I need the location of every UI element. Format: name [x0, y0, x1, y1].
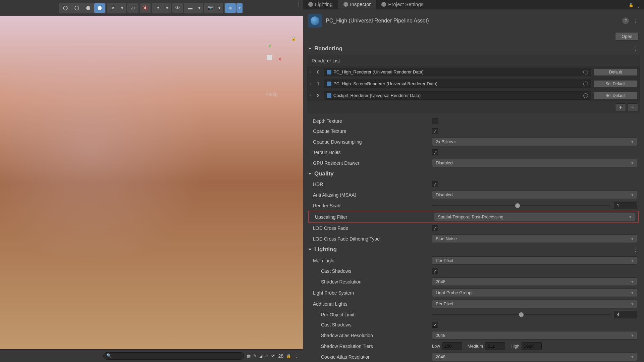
eye-icon[interactable]: 👁	[271, 354, 275, 358]
add-cast-shadows-checkbox[interactable]	[432, 322, 438, 328]
depth-texture-checkbox[interactable]	[432, 118, 438, 124]
gizmos-dropdown-icon[interactable]: ▾	[236, 3, 243, 13]
layers-dropdown-icon[interactable]: ▾	[196, 3, 202, 13]
info-icon	[343, 2, 348, 7]
add-button[interactable]: +	[615, 103, 626, 111]
drag-handle-icon[interactable]: ≡	[310, 70, 314, 74]
visibility-icon[interactable]: 👁	[172, 3, 183, 13]
2d-toggle[interactable]: 2D	[127, 3, 139, 13]
asset-title: PC_High (Universal Render Pipeline Asset…	[326, 18, 618, 24]
wireframe-icon[interactable]	[71, 3, 82, 13]
shaded-icon[interactable]	[83, 3, 94, 13]
probe-system-dropdown[interactable]: Light Probe Groups	[432, 289, 637, 297]
renderer-list: Renderer List ≡ 0 PC_High_Renderer (Univ…	[307, 55, 640, 113]
section-menu-icon[interactable]: ⋮	[633, 247, 639, 253]
gpu-drawer-dropdown[interactable]: Disabled	[432, 159, 637, 167]
atlas-res-dropdown[interactable]: 2048	[432, 331, 637, 340]
terrain-holes-checkbox[interactable]	[432, 149, 438, 155]
per-object-limit-slider[interactable]	[432, 314, 610, 315]
scene-toolbar: ✷ ▾ 2D 🔇 ✦ ▾ 👁 ▬ ▾ 📷 ▾ ⊕ ▾	[0, 0, 303, 16]
render-scale-slider[interactable]	[432, 205, 610, 206]
scene-viewport[interactable]: y x Persp 🔒	[0, 16, 303, 349]
svg-point-4	[98, 6, 102, 10]
object-field[interactable]: PC_High_ScreenRenderer (Universal Render…	[324, 80, 591, 88]
opaque-downsampling-dropdown[interactable]: 2x Bilinear	[432, 138, 637, 146]
additional-lights-dropdown[interactable]: Per Pixel	[432, 300, 637, 308]
default-button[interactable]: Default	[594, 68, 637, 76]
set-default-button[interactable]: Set Default	[594, 92, 637, 99]
tier-high-field[interactable]	[522, 342, 542, 350]
renderer-row: ≡ 1 PC_High_ScreenRenderer (Universal Re…	[307, 78, 640, 90]
debug-dropdown-icon[interactable]: ▾	[119, 3, 125, 13]
tab-inspector[interactable]: Inspector	[338, 0, 376, 9]
drag-handle-icon[interactable]: ≡	[310, 94, 314, 97]
scene-search-input[interactable]: 🔍	[103, 352, 244, 360]
asset-icon	[327, 70, 331, 74]
picker-icon[interactable]	[583, 93, 588, 98]
help-icon[interactable]: ?	[622, 17, 629, 24]
object-count: 28	[278, 353, 283, 359]
gizmos-icon[interactable]: ⊕	[225, 3, 236, 13]
svg-point-3	[86, 6, 90, 10]
upscaling-filter-dropdown[interactable]: Spatial-Temporal Post-Processing	[434, 213, 635, 221]
camera-icon[interactable]: 📷	[205, 3, 216, 13]
shadow-res-dropdown[interactable]: 2048	[432, 277, 637, 286]
foldout-icon	[308, 249, 312, 251]
lock-icon[interactable]: 🔒	[286, 354, 291, 358]
tab-project-settings[interactable]: Project Settings	[376, 0, 429, 9]
eraser-icon[interactable]: ◢	[259, 354, 262, 358]
set-default-button[interactable]: Set Default	[594, 80, 637, 88]
search-icon: 🔍	[106, 353, 111, 358]
drag-handle-icon[interactable]: ≡	[310, 82, 314, 86]
shaded-wireframe-icon[interactable]	[94, 3, 105, 13]
foldout-icon	[308, 48, 312, 50]
tab-lighting[interactable]: Lighting	[303, 0, 338, 9]
hdr-checkbox[interactable]	[432, 181, 438, 187]
debug-icon[interactable]: ✷	[108, 3, 118, 13]
object-field[interactable]: Cockpit_Renderer (Universal Renderer Dat…	[324, 91, 591, 100]
open-button[interactable]: Open	[615, 32, 639, 41]
layers-icon[interactable]: ▬	[185, 3, 196, 13]
remove-button[interactable]: −	[627, 103, 638, 111]
inspector-panel: Lighting Inspector Project Settings 🔓⋮ P…	[303, 0, 644, 362]
picker-icon[interactable]	[583, 70, 588, 74]
tier-med-field[interactable]	[485, 342, 505, 350]
cast-shadows-checkbox[interactable]	[432, 268, 438, 274]
asset-menu-icon[interactable]: ⋮	[633, 18, 639, 24]
object-field[interactable]: PC_High_Renderer (Universal Renderer Dat…	[324, 68, 591, 76]
msaa-dropdown[interactable]: Disabled	[432, 191, 637, 199]
render-scale-field[interactable]	[614, 202, 637, 209]
orientation-gizmo[interactable]: y x	[256, 43, 283, 70]
panel-menu-icon[interactable]: ⋮	[296, 1, 300, 6]
lock-icon[interactable]: 🔒	[291, 36, 296, 41]
projection-label[interactable]: Persp	[265, 92, 278, 97]
quality-section-header[interactable]: Quality	[307, 168, 640, 179]
lod-dither-dropdown[interactable]: Blue Noise	[432, 235, 637, 243]
tier-low-field[interactable]	[442, 342, 462, 350]
fx-icon[interactable]: ✦	[153, 3, 163, 13]
lod-fade-checkbox[interactable]	[432, 225, 438, 231]
lock-icon[interactable]: 🔓	[629, 3, 634, 9]
tool-icon[interactable]: ✎	[253, 354, 257, 358]
opaque-texture-checkbox[interactable]	[432, 128, 438, 134]
shading-mode-icon[interactable]	[60, 3, 71, 13]
rendering-section-header[interactable]: Rendering ⋮	[307, 43, 640, 54]
upscaling-filter-row: Upscaling FilterSpatial-Temporal Post-Pr…	[308, 211, 639, 223]
section-menu-icon[interactable]: ⋮	[633, 46, 639, 52]
warning-icon[interactable]: ⚠	[265, 354, 269, 358]
inspector-tabs: Lighting Inspector Project Settings 🔓⋮	[303, 0, 644, 9]
fx-dropdown-icon[interactable]: ▾	[164, 3, 170, 13]
overlay-icon[interactable]: ▦	[247, 354, 251, 358]
tab-menu-icon[interactable]: ⋮	[636, 3, 641, 9]
camera-dropdown-icon[interactable]: ▾	[216, 3, 222, 13]
picker-icon[interactable]	[583, 82, 588, 86]
scene-view-panel: ⋮ ✷ ▾ 2D 🔇 ✦ ▾ 👁 ▬ ▾	[0, 0, 303, 362]
menu-icon[interactable]: ⋮	[294, 353, 300, 359]
lighting-icon	[308, 2, 313, 7]
cookie-res-dropdown[interactable]: 2048	[432, 353, 637, 361]
per-object-limit-field[interactable]	[614, 311, 637, 318]
renderer-row: ≡ 2 Cockpit_Renderer (Universal Renderer…	[307, 90, 640, 101]
main-light-dropdown[interactable]: Per Pixel	[432, 256, 637, 265]
lighting-section-header[interactable]: Lighting ⋮	[307, 244, 640, 255]
audio-icon[interactable]: 🔇	[140, 3, 151, 13]
